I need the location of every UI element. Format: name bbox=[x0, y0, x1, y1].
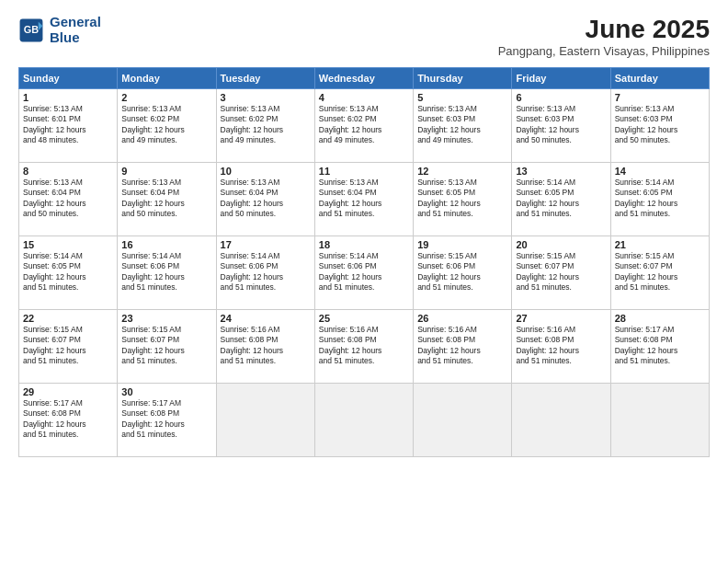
calendar-cell: 19Sunrise: 5:15 AMSunset: 6:06 PMDayligh… bbox=[414, 236, 512, 310]
calendar-cell: 30Sunrise: 5:17 AMSunset: 6:08 PMDayligh… bbox=[118, 384, 216, 457]
calendar-cell: 17Sunrise: 5:14 AMSunset: 6:06 PMDayligh… bbox=[216, 236, 314, 310]
calendar-cell: 6Sunrise: 5:13 AMSunset: 6:03 PMDaylight… bbox=[512, 89, 610, 163]
calendar-cell: 26Sunrise: 5:16 AMSunset: 6:08 PMDayligh… bbox=[414, 310, 512, 384]
calendar-cell: 24Sunrise: 5:16 AMSunset: 6:08 PMDayligh… bbox=[216, 310, 314, 384]
calendar-cell bbox=[512, 384, 610, 457]
day-number: 27 bbox=[516, 313, 606, 324]
cell-info: Sunrise: 5:15 AMSunset: 6:07 PMDaylight:… bbox=[516, 251, 606, 293]
cell-info: Sunrise: 5:14 AMSunset: 6:06 PMDaylight:… bbox=[319, 251, 409, 293]
cell-info: Sunrise: 5:17 AMSunset: 6:08 PMDaylight:… bbox=[23, 398, 113, 441]
cell-info: Sunrise: 5:14 AMSunset: 6:05 PMDaylight:… bbox=[615, 178, 705, 220]
day-number: 28 bbox=[615, 313, 705, 324]
day-number: 11 bbox=[319, 166, 409, 177]
logo: GB General Blue bbox=[18, 15, 101, 45]
calendar-header-row: SundayMondayTuesdayWednesdayThursdayFrid… bbox=[19, 68, 710, 89]
calendar-week-row: 15Sunrise: 5:14 AMSunset: 6:05 PMDayligh… bbox=[19, 236, 710, 310]
calendar-cell bbox=[414, 384, 512, 457]
calendar-cell: 14Sunrise: 5:14 AMSunset: 6:05 PMDayligh… bbox=[610, 163, 709, 236]
day-number: 21 bbox=[615, 239, 705, 250]
calendar-cell: 29Sunrise: 5:17 AMSunset: 6:08 PMDayligh… bbox=[19, 384, 118, 457]
cell-info: Sunrise: 5:16 AMSunset: 6:08 PMDaylight:… bbox=[221, 325, 311, 367]
calendar-cell: 23Sunrise: 5:15 AMSunset: 6:07 PMDayligh… bbox=[118, 310, 216, 384]
calendar-cell: 1Sunrise: 5:13 AMSunset: 6:01 PMDaylight… bbox=[19, 89, 118, 163]
day-number: 14 bbox=[615, 166, 705, 177]
day-number: 23 bbox=[121, 313, 211, 324]
calendar-week-row: 1Sunrise: 5:13 AMSunset: 6:01 PMDaylight… bbox=[19, 89, 710, 163]
calendar-cell: 13Sunrise: 5:14 AMSunset: 6:05 PMDayligh… bbox=[512, 163, 610, 236]
logo-line2: Blue bbox=[50, 30, 101, 46]
day-number: 8 bbox=[23, 166, 113, 177]
calendar-week-row: 22Sunrise: 5:15 AMSunset: 6:07 PMDayligh… bbox=[19, 310, 710, 384]
calendar-cell: 25Sunrise: 5:16 AMSunset: 6:08 PMDayligh… bbox=[314, 310, 413, 384]
cell-info: Sunrise: 5:14 AMSunset: 6:05 PMDaylight:… bbox=[23, 251, 113, 293]
location-title: Pangpang, Eastern Visayas, Philippines bbox=[498, 44, 710, 58]
cell-info: Sunrise: 5:13 AMSunset: 6:03 PMDaylight:… bbox=[417, 104, 507, 146]
calendar-cell: 27Sunrise: 5:16 AMSunset: 6:08 PMDayligh… bbox=[512, 310, 610, 384]
calendar-cell: 16Sunrise: 5:14 AMSunset: 6:06 PMDayligh… bbox=[118, 236, 216, 310]
cell-info: Sunrise: 5:14 AMSunset: 6:05 PMDaylight:… bbox=[516, 178, 606, 220]
month-title: June 2025 bbox=[498, 15, 710, 44]
cell-info: Sunrise: 5:13 AMSunset: 6:04 PMDaylight:… bbox=[121, 178, 211, 220]
cell-info: Sunrise: 5:13 AMSunset: 6:04 PMDaylight:… bbox=[319, 178, 409, 220]
page-header: GB General Blue June 2025 Pangpang, East… bbox=[18, 15, 710, 58]
calendar-cell: 22Sunrise: 5:15 AMSunset: 6:07 PMDayligh… bbox=[19, 310, 118, 384]
cell-info: Sunrise: 5:13 AMSunset: 6:02 PMDaylight:… bbox=[319, 104, 409, 146]
calendar-week-row: 29Sunrise: 5:17 AMSunset: 6:08 PMDayligh… bbox=[19, 384, 710, 457]
day-number: 4 bbox=[319, 92, 409, 103]
day-number: 20 bbox=[516, 239, 606, 250]
calendar-cell: 3Sunrise: 5:13 AMSunset: 6:02 PMDaylight… bbox=[216, 89, 314, 163]
day-number: 30 bbox=[121, 386, 211, 397]
calendar-cell bbox=[610, 384, 709, 457]
cell-info: Sunrise: 5:15 AMSunset: 6:07 PMDaylight:… bbox=[615, 251, 705, 293]
day-number: 2 bbox=[121, 92, 211, 103]
day-number: 29 bbox=[23, 386, 113, 397]
cell-info: Sunrise: 5:15 AMSunset: 6:07 PMDaylight:… bbox=[23, 325, 113, 367]
logo-text: General Blue bbox=[50, 15, 101, 45]
calendar-week-row: 8Sunrise: 5:13 AMSunset: 6:04 PMDaylight… bbox=[19, 163, 710, 236]
calendar-cell bbox=[314, 384, 413, 457]
calendar-cell: 10Sunrise: 5:13 AMSunset: 6:04 PMDayligh… bbox=[216, 163, 314, 236]
calendar-day-header: Thursday bbox=[414, 68, 512, 89]
calendar-cell: 8Sunrise: 5:13 AMSunset: 6:04 PMDaylight… bbox=[19, 163, 118, 236]
calendar-cell: 7Sunrise: 5:13 AMSunset: 6:03 PMDaylight… bbox=[610, 89, 709, 163]
calendar-cell: 4Sunrise: 5:13 AMSunset: 6:02 PMDaylight… bbox=[314, 89, 413, 163]
day-number: 5 bbox=[417, 92, 507, 103]
calendar-cell: 18Sunrise: 5:14 AMSunset: 6:06 PMDayligh… bbox=[314, 236, 413, 310]
cell-info: Sunrise: 5:16 AMSunset: 6:08 PMDaylight:… bbox=[319, 325, 409, 367]
svg-text:GB: GB bbox=[24, 24, 39, 35]
cell-info: Sunrise: 5:14 AMSunset: 6:06 PMDaylight:… bbox=[121, 251, 211, 293]
day-number: 3 bbox=[221, 92, 311, 103]
cell-info: Sunrise: 5:14 AMSunset: 6:06 PMDaylight:… bbox=[221, 251, 311, 293]
calendar-day-header: Sunday bbox=[19, 68, 118, 89]
cell-info: Sunrise: 5:13 AMSunset: 6:02 PMDaylight:… bbox=[121, 104, 211, 146]
calendar-cell: 11Sunrise: 5:13 AMSunset: 6:04 PMDayligh… bbox=[314, 163, 413, 236]
day-number: 17 bbox=[221, 239, 311, 250]
cell-info: Sunrise: 5:13 AMSunset: 6:04 PMDaylight:… bbox=[221, 178, 311, 220]
day-number: 22 bbox=[23, 313, 113, 324]
calendar-day-header: Wednesday bbox=[314, 68, 413, 89]
calendar-cell: 2Sunrise: 5:13 AMSunset: 6:02 PMDaylight… bbox=[118, 89, 216, 163]
day-number: 9 bbox=[121, 166, 211, 177]
calendar-day-header: Saturday bbox=[610, 68, 709, 89]
cell-info: Sunrise: 5:13 AMSunset: 6:02 PMDaylight:… bbox=[221, 104, 311, 146]
cell-info: Sunrise: 5:13 AMSunset: 6:01 PMDaylight:… bbox=[23, 104, 113, 146]
calendar-cell bbox=[216, 384, 314, 457]
day-number: 19 bbox=[417, 239, 507, 250]
cell-info: Sunrise: 5:17 AMSunset: 6:08 PMDaylight:… bbox=[121, 398, 211, 441]
cell-info: Sunrise: 5:17 AMSunset: 6:08 PMDaylight:… bbox=[615, 325, 705, 367]
calendar-day-header: Monday bbox=[118, 68, 216, 89]
calendar-cell: 12Sunrise: 5:13 AMSunset: 6:05 PMDayligh… bbox=[414, 163, 512, 236]
cell-info: Sunrise: 5:13 AMSunset: 6:05 PMDaylight:… bbox=[417, 178, 507, 220]
title-block: June 2025 Pangpang, Eastern Visayas, Phi… bbox=[498, 15, 710, 58]
day-number: 24 bbox=[221, 313, 311, 324]
day-number: 16 bbox=[121, 239, 211, 250]
calendar-cell: 9Sunrise: 5:13 AMSunset: 6:04 PMDaylight… bbox=[118, 163, 216, 236]
calendar-cell: 28Sunrise: 5:17 AMSunset: 6:08 PMDayligh… bbox=[610, 310, 709, 384]
calendar-day-header: Tuesday bbox=[216, 68, 314, 89]
day-number: 10 bbox=[221, 166, 311, 177]
day-number: 18 bbox=[319, 239, 409, 250]
cell-info: Sunrise: 5:15 AMSunset: 6:06 PMDaylight:… bbox=[417, 251, 507, 293]
calendar-cell: 20Sunrise: 5:15 AMSunset: 6:07 PMDayligh… bbox=[512, 236, 610, 310]
calendar-cell: 21Sunrise: 5:15 AMSunset: 6:07 PMDayligh… bbox=[610, 236, 709, 310]
cell-info: Sunrise: 5:16 AMSunset: 6:08 PMDaylight:… bbox=[516, 325, 606, 367]
